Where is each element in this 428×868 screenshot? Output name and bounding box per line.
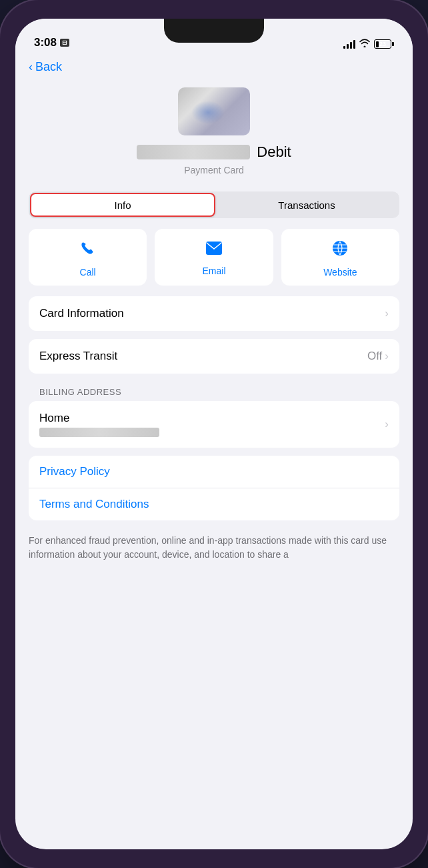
express-transit-value: Off	[367, 350, 382, 363]
home-address-row[interactable]: Home ›	[29, 401, 399, 448]
card-information-row[interactable]: Card Information ›	[29, 296, 399, 331]
home-address-right: ›	[385, 418, 389, 431]
email-icon	[205, 240, 223, 260]
billing-address-section: BILLING ADDRESS Home ›	[15, 382, 413, 448]
billing-address-header: BILLING ADDRESS	[15, 382, 413, 401]
battery-percent: 23	[379, 41, 386, 47]
email-button[interactable]: Email	[155, 229, 273, 286]
address-blur	[39, 428, 159, 437]
express-transit-chevron: ›	[385, 350, 389, 363]
terms-label: Terms and Conditions	[39, 498, 149, 510]
status-icons: 23	[343, 39, 394, 49]
card-info-group: Card Information ›	[29, 296, 399, 331]
website-button[interactable]: Website	[281, 229, 399, 286]
phone-icon	[79, 240, 97, 262]
battery-icon: 23	[374, 39, 394, 49]
call-label: Call	[80, 267, 96, 278]
tab-info-label: Info	[114, 199, 131, 211]
call-button[interactable]: Call	[29, 229, 147, 286]
svg-rect-0	[206, 242, 222, 255]
website-label: Website	[323, 267, 357, 278]
card-number-blur	[137, 145, 250, 159]
status-time: 3:08 ⊟	[34, 36, 69, 49]
phone-frame: 3:08 ⊟	[0, 0, 428, 868]
card-information-chevron: ›	[385, 307, 389, 320]
card-section: Debit Payment Card	[15, 77, 413, 181]
notch	[164, 19, 264, 43]
home-label: Home	[39, 412, 159, 425]
privacy-policy-row[interactable]: Privacy Policy	[29, 456, 399, 488]
card-information-left: Card Information	[39, 307, 124, 320]
tab-transactions-label: Transactions	[278, 199, 335, 211]
card-name-row: Debit	[137, 143, 291, 161]
website-icon	[331, 240, 349, 262]
wifi-icon	[359, 39, 370, 49]
time-display: 3:08	[34, 36, 57, 49]
express-transit-group: Express Transit Off ›	[29, 339, 399, 374]
express-transit-left: Express Transit	[39, 350, 117, 363]
express-transit-row[interactable]: Express Transit Off ›	[29, 339, 399, 374]
tab-info[interactable]: Info	[30, 193, 215, 217]
privacy-policy-label: Privacy Policy	[39, 465, 110, 478]
terms-row[interactable]: Terms and Conditions	[29, 488, 399, 520]
fraud-text: For enhanced fraud prevention, online an…	[29, 534, 399, 562]
back-label: Back	[35, 60, 62, 74]
express-transit-right: Off ›	[367, 350, 389, 363]
fraud-text-block: For enhanced fraud prevention, online an…	[15, 528, 413, 575]
phone-screen: 3:08 ⊟	[15, 19, 413, 849]
wallet-status-icon: ⊟	[60, 39, 69, 47]
express-transit-label: Express Transit	[39, 350, 117, 363]
email-label: Email	[202, 266, 225, 276]
quick-actions: Call Email	[29, 229, 399, 286]
scroll-content: ‹ Back Debit Payment Card Info Transacti…	[15, 55, 413, 849]
back-button[interactable]: ‹ Back	[15, 55, 413, 77]
tab-transactions[interactable]: Transactions	[215, 193, 398, 217]
home-address-chevron: ›	[385, 418, 389, 431]
card-subtitle: Payment Card	[184, 165, 243, 175]
card-thumbnail	[178, 87, 250, 135]
home-address-left: Home	[39, 412, 159, 437]
links-group: Privacy Policy Terms and Conditions	[29, 456, 399, 520]
tab-selector: Info Transactions	[29, 191, 399, 218]
card-information-label: Card Information	[39, 307, 124, 320]
card-information-right: ›	[385, 307, 389, 320]
back-chevron-icon: ‹	[29, 60, 33, 74]
billing-address-group: Home ›	[29, 401, 399, 448]
signal-icon	[343, 39, 355, 49]
card-type-label: Debit	[257, 143, 291, 161]
